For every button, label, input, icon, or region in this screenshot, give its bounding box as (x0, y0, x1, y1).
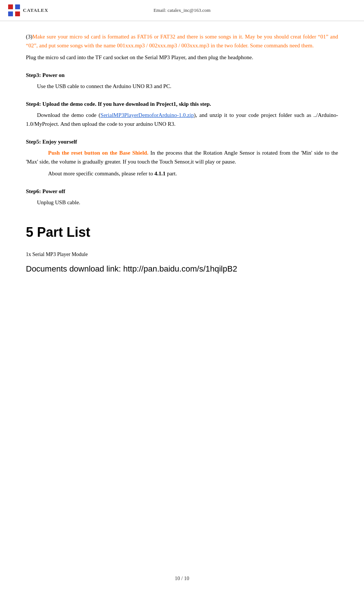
step4-prefix: Download the demo code ( (37, 112, 101, 118)
step5-bold-ref: 4.1.1 (154, 171, 165, 176)
catalex-logo-icon (7, 4, 21, 17)
step4-link[interactable]: SerialMP3PlayerDemoforArduino-1.0.zip (101, 112, 194, 118)
part-list-item: 1x Serial MP3 Player Module (26, 250, 338, 259)
step6-heading: Step6: Power off (26, 187, 338, 196)
step2-para1: (3)Make sure your micro sd card is forma… (26, 32, 338, 50)
step5-push-bold: Push the reset button on the Base Shield… (48, 150, 148, 156)
svg-rect-1 (8, 4, 14, 10)
step5-about-suffix: part. (165, 171, 177, 176)
main-content: (3)Make sure your micro sd card is forma… (0, 21, 364, 297)
page-footer: 10 / 10 (175, 576, 189, 582)
svg-rect-6 (13, 4, 15, 17)
step5-about: About more specific commands, please ref… (26, 169, 338, 178)
step5-about-prefix: About more specific commands, please ref… (48, 171, 154, 176)
svg-rect-2 (14, 4, 20, 10)
step2-body: Plug the micro sd card into the TF card … (26, 54, 253, 60)
email-value: catalex_inc@163.com (168, 7, 210, 13)
step4-body: Download the demo code (SerialMP3PlayerD… (26, 111, 338, 128)
logo-area: CATALEX (7, 4, 48, 17)
logo-text: CATALEX (23, 7, 48, 13)
step5-heading: Step5: Enjoy yourself (26, 137, 338, 146)
step3-body: Use the USB cable to connect the Arduino… (26, 82, 338, 91)
svg-rect-3 (8, 11, 14, 16)
step6-body: Unplug USB cable. (26, 198, 338, 207)
step2-orange-text: Make sure your micro sd card is formatte… (26, 34, 338, 48)
section5-title: 5 Part List (26, 222, 338, 243)
page-header: CATALEX Email: catalex_inc@163.com (0, 0, 364, 21)
doc-link: Documents download link: http://pan.baid… (26, 262, 338, 275)
step5-body: Push the reset button on the Base Shield… (26, 148, 338, 166)
header-email: Email: catalex_inc@163.com (154, 7, 210, 13)
email-label: Email: (154, 7, 166, 13)
svg-rect-4 (14, 11, 20, 16)
step2-prefix: (3) (26, 34, 33, 40)
step2-para2: Plug the micro sd card into the TF card … (26, 53, 338, 62)
page-number: 10 / 10 (175, 576, 189, 581)
step4-heading: Step4: Upload the demo code. If you have… (26, 100, 338, 108)
step3-heading: Step3: Power on (26, 71, 338, 80)
